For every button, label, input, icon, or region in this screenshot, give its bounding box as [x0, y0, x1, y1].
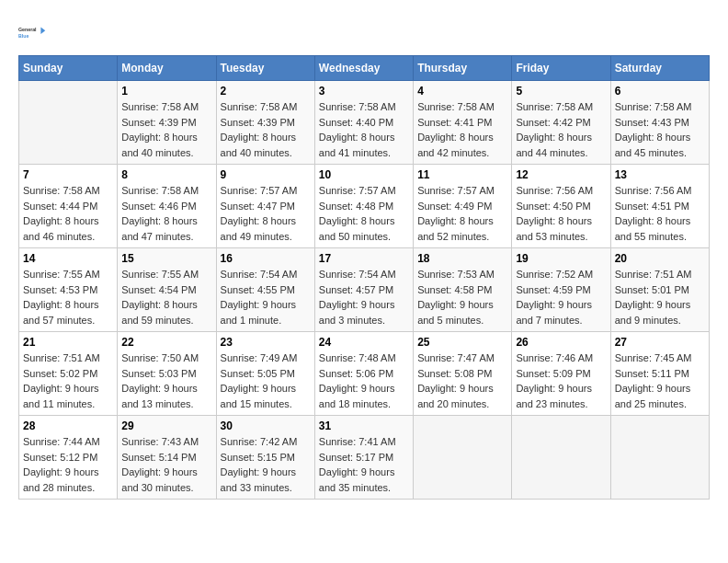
day-info: Sunrise: 7:58 AMSunset: 4:46 PMDaylight:…	[121, 183, 211, 244]
day-number: 17	[319, 252, 409, 265]
calendar-cell	[512, 416, 610, 500]
calendar-cell: 9Sunrise: 7:57 AMSunset: 4:47 PMDaylight…	[216, 165, 314, 248]
day-info: Sunrise: 7:45 AMSunset: 5:11 PMDaylight:…	[615, 350, 705, 411]
day-info: Sunrise: 7:49 AMSunset: 5:05 PMDaylight:…	[221, 350, 311, 411]
day-number: 25	[417, 336, 507, 349]
day-info: Sunrise: 7:57 AMSunset: 4:48 PMDaylight:…	[319, 183, 409, 244]
day-number: 30	[221, 419, 311, 432]
week-row-3: 14Sunrise: 7:55 AMSunset: 4:53 PMDayligh…	[19, 248, 710, 332]
day-number: 31	[319, 419, 409, 432]
column-header-wednesday: Wednesday	[314, 56, 413, 81]
day-number: 24	[319, 336, 409, 349]
calendar-cell: 28Sunrise: 7:44 AMSunset: 5:12 PMDayligh…	[19, 416, 118, 500]
calendar-cell: 8Sunrise: 7:58 AMSunset: 4:46 PMDaylight…	[118, 165, 216, 248]
day-number: 19	[516, 252, 606, 265]
header: GeneralBlue	[18, 18, 710, 46]
day-info: Sunrise: 7:55 AMSunset: 4:53 PMDaylight:…	[23, 267, 113, 327]
calendar-cell: 16Sunrise: 7:54 AMSunset: 4:55 PMDayligh…	[216, 248, 314, 332]
header-row: SundayMondayTuesdayWednesdayThursdayFrid…	[19, 56, 710, 81]
day-number: 23	[221, 336, 311, 349]
day-info: Sunrise: 7:58 AMSunset: 4:41 PMDaylight:…	[417, 99, 507, 160]
day-info: Sunrise: 7:43 AMSunset: 5:14 PMDaylight:…	[121, 434, 211, 495]
day-info: Sunrise: 7:46 AMSunset: 5:09 PMDaylight:…	[516, 350, 606, 411]
day-info: Sunrise: 7:48 AMSunset: 5:06 PMDaylight:…	[319, 350, 409, 411]
calendar-cell: 26Sunrise: 7:46 AMSunset: 5:09 PMDayligh…	[512, 332, 610, 416]
day-info: Sunrise: 7:58 AMSunset: 4:44 PMDaylight:…	[23, 183, 113, 244]
calendar-cell	[414, 416, 512, 500]
calendar-cell: 30Sunrise: 7:42 AMSunset: 5:15 PMDayligh…	[216, 416, 314, 500]
column-header-saturday: Saturday	[610, 56, 709, 81]
day-number: 21	[23, 336, 113, 349]
day-info: Sunrise: 7:41 AMSunset: 5:17 PMDaylight:…	[319, 434, 409, 495]
column-header-sunday: Sunday	[19, 56, 118, 81]
calendar-table: SundayMondayTuesdayWednesdayThursdayFrid…	[18, 55, 710, 500]
day-info: Sunrise: 7:54 AMSunset: 4:57 PMDaylight:…	[319, 267, 409, 327]
day-number: 14	[23, 252, 113, 265]
calendar-cell: 21Sunrise: 7:51 AMSunset: 5:02 PMDayligh…	[19, 332, 118, 416]
calendar-cell: 12Sunrise: 7:56 AMSunset: 4:50 PMDayligh…	[512, 165, 610, 248]
day-info: Sunrise: 7:58 AMSunset: 4:43 PMDaylight:…	[615, 99, 705, 160]
day-info: Sunrise: 7:58 AMSunset: 4:39 PMDaylight:…	[121, 99, 211, 160]
day-info: Sunrise: 7:51 AMSunset: 5:01 PMDaylight:…	[615, 267, 705, 327]
logo-icon: GeneralBlue	[18, 18, 46, 46]
day-number: 20	[615, 252, 705, 265]
day-number: 22	[121, 336, 211, 349]
day-number: 8	[121, 168, 211, 181]
column-header-thursday: Thursday	[414, 56, 512, 81]
day-number: 13	[615, 168, 705, 181]
day-info: Sunrise: 7:56 AMSunset: 4:50 PMDaylight:…	[516, 183, 606, 244]
day-number: 26	[516, 336, 606, 349]
calendar-cell: 4Sunrise: 7:58 AMSunset: 4:41 PMDaylight…	[414, 81, 512, 165]
day-info: Sunrise: 7:51 AMSunset: 5:02 PMDaylight:…	[23, 350, 113, 411]
day-number: 5	[516, 85, 606, 98]
day-number: 18	[417, 252, 507, 265]
day-number: 16	[221, 252, 311, 265]
day-info: Sunrise: 7:57 AMSunset: 4:47 PMDaylight:…	[221, 183, 311, 244]
calendar-cell: 18Sunrise: 7:53 AMSunset: 4:58 PMDayligh…	[414, 248, 512, 332]
column-header-tuesday: Tuesday	[216, 56, 314, 81]
day-number: 4	[417, 85, 507, 98]
day-info: Sunrise: 7:58 AMSunset: 4:40 PMDaylight:…	[319, 99, 409, 160]
week-row-4: 21Sunrise: 7:51 AMSunset: 5:02 PMDayligh…	[19, 332, 710, 416]
day-number: 27	[615, 336, 705, 349]
day-number: 29	[121, 419, 211, 432]
calendar-cell: 29Sunrise: 7:43 AMSunset: 5:14 PMDayligh…	[118, 416, 216, 500]
calendar-cell: 15Sunrise: 7:55 AMSunset: 4:54 PMDayligh…	[118, 248, 216, 332]
day-info: Sunrise: 7:44 AMSunset: 5:12 PMDaylight:…	[23, 434, 113, 495]
calendar-cell: 27Sunrise: 7:45 AMSunset: 5:11 PMDayligh…	[610, 332, 709, 416]
calendar-cell	[19, 81, 118, 165]
calendar-cell: 20Sunrise: 7:51 AMSunset: 5:01 PMDayligh…	[610, 248, 709, 332]
day-number: 10	[319, 168, 409, 181]
day-info: Sunrise: 7:53 AMSunset: 4:58 PMDaylight:…	[417, 267, 507, 327]
calendar-cell: 17Sunrise: 7:54 AMSunset: 4:57 PMDayligh…	[314, 248, 413, 332]
day-number: 1	[121, 85, 211, 98]
calendar-cell	[610, 416, 709, 500]
calendar-cell: 11Sunrise: 7:57 AMSunset: 4:49 PMDayligh…	[414, 165, 512, 248]
svg-marker-2	[40, 27, 45, 34]
calendar-cell: 2Sunrise: 7:58 AMSunset: 4:39 PMDaylight…	[216, 81, 314, 165]
day-number: 15	[121, 252, 211, 265]
calendar-cell: 3Sunrise: 7:58 AMSunset: 4:40 PMDaylight…	[314, 81, 413, 165]
day-number: 11	[417, 168, 507, 181]
logo: GeneralBlue	[18, 18, 46, 46]
week-row-1: 1Sunrise: 7:58 AMSunset: 4:39 PMDaylight…	[19, 81, 710, 165]
day-info: Sunrise: 7:58 AMSunset: 4:42 PMDaylight:…	[516, 99, 606, 160]
calendar-cell: 14Sunrise: 7:55 AMSunset: 4:53 PMDayligh…	[19, 248, 118, 332]
column-header-monday: Monday	[118, 56, 216, 81]
svg-text:Blue: Blue	[18, 33, 28, 39]
day-info: Sunrise: 7:47 AMSunset: 5:08 PMDaylight:…	[417, 350, 507, 411]
day-number: 2	[221, 85, 311, 98]
calendar-cell: 24Sunrise: 7:48 AMSunset: 5:06 PMDayligh…	[314, 332, 413, 416]
day-info: Sunrise: 7:50 AMSunset: 5:03 PMDaylight:…	[121, 350, 211, 411]
calendar-cell: 7Sunrise: 7:58 AMSunset: 4:44 PMDaylight…	[19, 165, 118, 248]
day-info: Sunrise: 7:58 AMSunset: 4:39 PMDaylight:…	[221, 99, 311, 160]
day-number: 12	[516, 168, 606, 181]
calendar-cell: 13Sunrise: 7:56 AMSunset: 4:51 PMDayligh…	[610, 165, 709, 248]
calendar-cell: 1Sunrise: 7:58 AMSunset: 4:39 PMDaylight…	[118, 81, 216, 165]
calendar-cell: 22Sunrise: 7:50 AMSunset: 5:03 PMDayligh…	[118, 332, 216, 416]
calendar-cell: 31Sunrise: 7:41 AMSunset: 5:17 PMDayligh…	[314, 416, 413, 500]
day-number: 6	[615, 85, 705, 98]
column-header-friday: Friday	[512, 56, 610, 81]
calendar-cell: 19Sunrise: 7:52 AMSunset: 4:59 PMDayligh…	[512, 248, 610, 332]
calendar-cell: 10Sunrise: 7:57 AMSunset: 4:48 PMDayligh…	[314, 165, 413, 248]
